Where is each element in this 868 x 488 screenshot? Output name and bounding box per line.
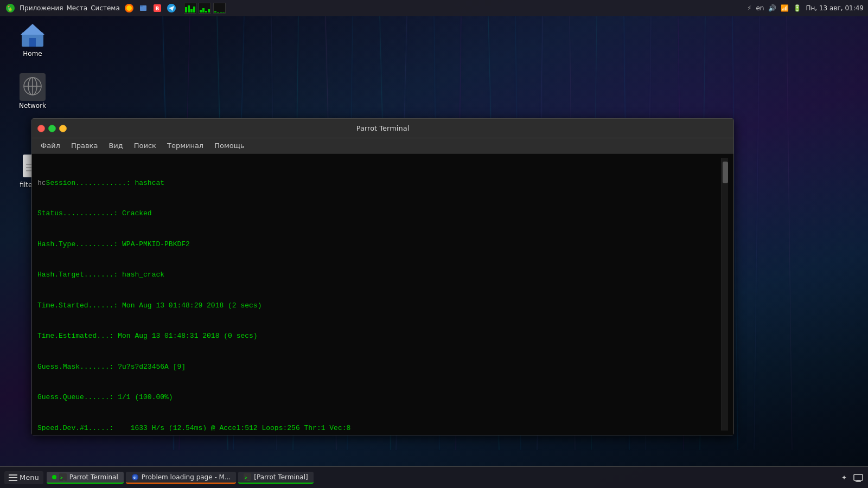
home-icon — [20, 22, 46, 48]
svg-point-27 — [126, 5, 132, 11]
taskbar-app-terminal-1[interactable]: >_ Parrot Terminal — [47, 472, 124, 484]
taskbar-app-terminal-2[interactable]: >_ [Parrot Terminal] — [238, 472, 313, 484]
keyboard-layout: en — [756, 4, 764, 12]
bluetooth-icon: ⚡ — [747, 4, 751, 12]
files-icon[interactable] — [137, 2, 149, 14]
svg-text:>_: >_ — [245, 476, 250, 480]
taskbar-app-browser[interactable]: e Problem loading page - M... — [126, 472, 237, 484]
taskbar-app-label-3: [Parrot Terminal] — [254, 473, 308, 481]
svg-rect-35 — [29, 38, 36, 47]
taskbar-top: 🦜 Приложения Места Система — [0, 0, 868, 16]
top-app-icons: 🦜 — [4, 2, 16, 14]
start-label: Menu — [20, 473, 39, 481]
window-maximize-button[interactable] — [59, 125, 67, 132]
menu-edit[interactable]: Правка — [67, 140, 102, 151]
parrot-logo-icon[interactable]: 🦜 — [4, 2, 16, 14]
menu-icon — [9, 473, 17, 482]
desktop-icon-network[interactable]: Network — [11, 74, 54, 110]
terminal-menubar: Файл Правка Вид Поиск Терминал Помощь — [32, 138, 733, 153]
menu-view[interactable]: Вид — [104, 140, 127, 151]
menu-search[interactable]: Поиск — [130, 140, 161, 151]
taskbar-top-left: 🦜 Приложения Места Система — [4, 2, 229, 14]
svg-rect-48 — [9, 480, 17, 481]
launcher-icons: B — [123, 2, 177, 14]
window-close-button[interactable] — [37, 125, 45, 132]
power-icon[interactable]: 🔋 — [793, 4, 801, 12]
svg-text:>_: >_ — [60, 476, 66, 480]
burpsuite-icon[interactable]: B — [151, 2, 163, 14]
svg-rect-46 — [9, 474, 17, 476]
terminal-window: Parrot Terminal Файл Правка Вид Поиск Те… — [31, 118, 734, 435]
taskbar-right: ✦ — [839, 472, 864, 483]
places-menu-item[interactable]: Места — [67, 4, 88, 12]
start-button[interactable]: Menu — [4, 471, 43, 484]
browser-taskbar-icon: e — [131, 473, 139, 481]
home-label: Home — [23, 50, 42, 57]
taskbar-app-label-2: Problem loading page - M... — [142, 473, 231, 481]
window-controls — [37, 125, 67, 132]
tray-display-icon[interactable] — [853, 472, 864, 483]
taskbar-bottom: Menu >_ Parrot Terminal e Problem l — [0, 466, 868, 488]
apps-menu-item[interactable]: Приложения — [20, 4, 63, 12]
menu-file[interactable]: Файл — [36, 140, 65, 151]
terminal2-taskbar-icon: >_ — [244, 473, 251, 481]
terminal-body[interactable]: hcSession............: hashcat Status...… — [32, 153, 733, 435]
network-status-icon[interactable]: 📶 — [781, 4, 789, 12]
telegram-icon[interactable] — [165, 2, 177, 14]
scrollbar-thumb[interactable] — [723, 162, 728, 183]
window-minimize-button[interactable] — [48, 125, 56, 132]
desktop: 🦜 Приложения Места Система — [0, 0, 868, 488]
tray-settings-icon[interactable]: ✦ — [839, 472, 850, 483]
firefox-icon[interactable] — [123, 2, 135, 14]
terminal-taskbar-icon: >_ — [59, 473, 67, 481]
svg-text:B: B — [155, 6, 159, 11]
terminal-title: Parrot Terminal — [356, 124, 410, 132]
svg-text:🦜: 🦜 — [7, 5, 14, 12]
desktop-icon-home[interactable]: Home — [11, 22, 54, 57]
network-icon — [20, 74, 46, 100]
datetime: Пн, 13 авг, 01:49 — [806, 4, 864, 12]
terminal-titlebar: Parrot Terminal — [32, 119, 733, 138]
terminal-content: hcSession............: hashcat Status...… — [37, 158, 722, 431]
svg-rect-47 — [9, 477, 17, 478]
taskbar-app-label-1: Parrot Terminal — [69, 473, 118, 481]
svg-rect-56 — [854, 474, 863, 480]
cpu-monitor — [184, 3, 226, 14]
taskbar-apps: >_ Parrot Terminal e Problem loading pag… — [47, 472, 835, 484]
network-label: Network — [19, 102, 46, 110]
menu-terminal[interactable]: Терминал — [163, 140, 208, 151]
menu-help[interactable]: Помощь — [210, 140, 248, 151]
svg-marker-34 — [21, 24, 44, 35]
taskbar-top-right: ⚡ en 🔊 📶 🔋 Пн, 13 авг, 01:49 — [747, 4, 864, 12]
svg-rect-29 — [140, 5, 143, 7]
svg-text:e: e — [133, 476, 136, 479]
system-menu-item[interactable]: Система — [91, 4, 120, 12]
terminal-scrollbar[interactable] — [722, 158, 728, 431]
app-dot — [52, 475, 56, 479]
volume-icon[interactable]: 🔊 — [768, 4, 776, 12]
